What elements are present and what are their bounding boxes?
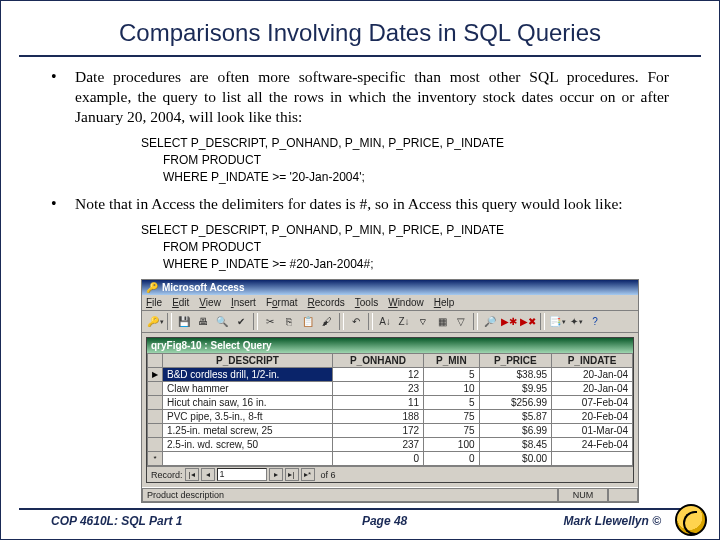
table-row[interactable]: B&D cordless drill, 1/2-in. 12 5 $38.95 …	[148, 368, 633, 382]
cell[interactable]: 1.25-in. metal screw, 25	[163, 424, 333, 438]
nav-next-button[interactable]: ▸	[269, 468, 283, 481]
paste-button[interactable]: 📋	[299, 313, 317, 330]
row-selector[interactable]	[148, 438, 163, 452]
menu-tools[interactable]: Tools	[355, 297, 378, 308]
nav-new-button[interactable]: ▸*	[301, 468, 315, 481]
cell[interactable]: 12	[332, 368, 423, 382]
menu-insert[interactable]: Insert	[231, 297, 256, 308]
row-selector[interactable]	[148, 368, 163, 382]
copy-button[interactable]: ⎘	[280, 313, 298, 330]
cell[interactable]: 5	[424, 396, 479, 410]
menu-window[interactable]: Window	[388, 297, 424, 308]
cell[interactable]: 100	[424, 438, 479, 452]
menu-format[interactable]: Format	[266, 297, 298, 308]
cell[interactable]: 237	[332, 438, 423, 452]
access-statusbar: Product description NUM	[142, 487, 638, 502]
table-row[interactable]: PVC pipe, 3.5-in., 8-ft 188 75 $5.87 20-…	[148, 410, 633, 424]
cell[interactable]: $0.00	[479, 452, 552, 466]
table-row[interactable]: Hicut chain saw, 16 in. 11 5 $256.99 07-…	[148, 396, 633, 410]
help-button[interactable]: ?	[586, 313, 604, 330]
cell[interactable]: 0	[424, 452, 479, 466]
new-record-button[interactable]: ▶✱	[500, 313, 518, 330]
cell[interactable]: PVC pipe, 3.5-in., 8-ft	[163, 410, 333, 424]
filter-selection-button[interactable]: 🜄	[414, 313, 432, 330]
col-descript[interactable]: P_DESCRIPT	[163, 354, 333, 368]
apply-filter-button[interactable]: ▽	[452, 313, 470, 330]
nav-record-input[interactable]: 1	[217, 468, 267, 481]
cell[interactable]	[163, 452, 333, 466]
status-num: NUM	[558, 488, 608, 502]
table-row[interactable]: 1.25-in. metal screw, 25 172 75 $6.99 01…	[148, 424, 633, 438]
filter-form-button[interactable]: ▦	[433, 313, 451, 330]
cell[interactable]: 20-Jan-04	[552, 382, 633, 396]
menu-records[interactable]: Records	[308, 297, 345, 308]
preview-button[interactable]: 🔍	[213, 313, 231, 330]
separator	[339, 313, 344, 330]
cell[interactable]: $9.95	[479, 382, 552, 396]
cell[interactable]: 11	[332, 396, 423, 410]
nav-last-button[interactable]: ▸|	[285, 468, 299, 481]
bullet-dot: •	[51, 194, 61, 214]
cell[interactable]: 20-Feb-04	[552, 410, 633, 424]
col-price[interactable]: P_PRICE	[479, 354, 552, 368]
access-screenshot: 🔑 Microsoft Access File Edit View Insert…	[141, 279, 639, 503]
nav-prev-button[interactable]: ◂	[201, 468, 215, 481]
sort-asc-button[interactable]: A↓	[376, 313, 394, 330]
footer-right: Mark Llewellyn ©	[470, 514, 701, 528]
cell[interactable]: $5.87	[479, 410, 552, 424]
cell[interactable]: 188	[332, 410, 423, 424]
cell[interactable]: 01-Mar-04	[552, 424, 633, 438]
new-object-button[interactable]: ✦	[567, 313, 585, 330]
table-row[interactable]: Claw hammer 23 10 $9.95 20-Jan-04	[148, 382, 633, 396]
delete-record-button[interactable]: ▶✖	[519, 313, 537, 330]
save-button[interactable]: 💾	[175, 313, 193, 330]
cell[interactable]: B&D cordless drill, 1/2-in.	[163, 368, 333, 382]
menu-view[interactable]: View	[199, 297, 221, 308]
col-indate[interactable]: P_INDATE	[552, 354, 633, 368]
cell[interactable]: $6.99	[479, 424, 552, 438]
cell[interactable]: Hicut chain saw, 16 in.	[163, 396, 333, 410]
separator	[540, 313, 545, 330]
menu-edit[interactable]: Edit	[172, 297, 189, 308]
col-min[interactable]: P_MIN	[424, 354, 479, 368]
table-row[interactable]: 2.5-in. wd. screw, 50 237 100 $8.45 24-F…	[148, 438, 633, 452]
cell[interactable]: 23	[332, 382, 423, 396]
row-selector-new[interactable]: *	[148, 452, 163, 466]
cell[interactable]: 2.5-in. wd. screw, 50	[163, 438, 333, 452]
database-window-button[interactable]: 📑	[548, 313, 566, 330]
cell[interactable]: 0	[332, 452, 423, 466]
cell[interactable]: 10	[424, 382, 479, 396]
cell[interactable]: 07-Feb-04	[552, 396, 633, 410]
nav-first-button[interactable]: |◂	[185, 468, 199, 481]
cell[interactable]: $38.95	[479, 368, 552, 382]
cell[interactable]	[552, 452, 633, 466]
view-button[interactable]: 🔑	[146, 313, 164, 330]
cell[interactable]: Claw hammer	[163, 382, 333, 396]
cell[interactable]: 20-Jan-04	[552, 368, 633, 382]
sort-desc-button[interactable]: Z↓	[395, 313, 413, 330]
cell[interactable]: 75	[424, 410, 479, 424]
spelling-button[interactable]: ✔	[232, 313, 250, 330]
header-row: P_DESCRIPT P_ONHAND P_MIN P_PRICE P_INDA…	[148, 354, 633, 368]
status-blank	[608, 488, 638, 502]
cell[interactable]: 5	[424, 368, 479, 382]
format-painter-button[interactable]: 🖌	[318, 313, 336, 330]
cell[interactable]: 75	[424, 424, 479, 438]
print-button[interactable]: 🖶	[194, 313, 212, 330]
menu-file[interactable]: File	[146, 297, 162, 308]
separator	[253, 313, 258, 330]
cell[interactable]: $8.45	[479, 438, 552, 452]
cell[interactable]: 172	[332, 424, 423, 438]
table-row-new[interactable]: * 0 0 $0.00	[148, 452, 633, 466]
row-selector[interactable]	[148, 424, 163, 438]
cut-button[interactable]: ✂	[261, 313, 279, 330]
cell[interactable]: $256.99	[479, 396, 552, 410]
find-button[interactable]: 🔎	[481, 313, 499, 330]
row-selector[interactable]	[148, 410, 163, 424]
menu-help[interactable]: Help	[434, 297, 455, 308]
col-onhand[interactable]: P_ONHAND	[332, 354, 423, 368]
undo-button[interactable]: ↶	[347, 313, 365, 330]
cell[interactable]: 24-Feb-04	[552, 438, 633, 452]
row-selector[interactable]	[148, 382, 163, 396]
row-selector[interactable]	[148, 396, 163, 410]
